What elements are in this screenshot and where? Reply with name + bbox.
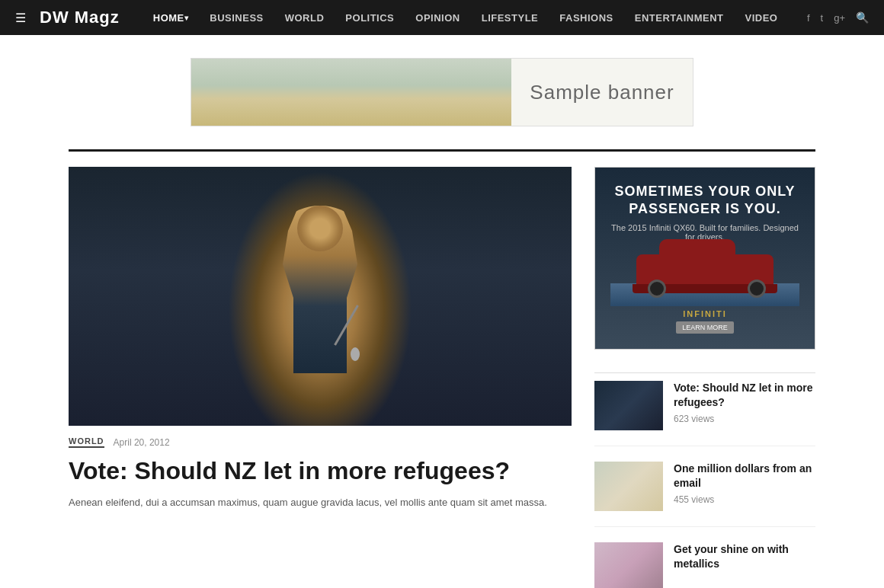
sidebar-article-info-3: Get your shine on with metallics [674,542,815,588]
sidebar-thumb-3 [594,542,663,588]
ad-wheel-right [748,280,766,298]
site-logo[interactable]: DW Magz [40,8,120,27]
microphone-head [351,347,360,361]
ad-cta-button[interactable]: LEARN MORE [676,321,734,334]
site-header: ☰ DW Magz HOME BUSINESS WORLD POLITICS O… [0,0,884,35]
nav-link-world[interactable]: WORLD [274,0,335,35]
sidebar-article-title-3[interactable]: Get your shine on with metallics [674,542,815,571]
sidebar-article-info-2: One million dollars from an email 455 vi… [674,462,815,511]
nav-item-lifestyle[interactable]: LIFESTYLE [471,0,549,35]
article-category[interactable]: WORLD [69,436,104,448]
banner-label: Sample banner [530,81,674,104]
twitter-link[interactable]: t [821,12,824,24]
googleplus-link[interactable]: g+ [834,12,845,24]
sidebar-article-info-1: Vote: Should NZ let in more refugees? 62… [674,381,815,430]
main-content: WORLD April 20, 2012 Vote: Should NZ let… [69,167,815,588]
nav-item-fashions[interactable]: FASHIONS [549,0,623,35]
sidebar-thumb-2 [594,462,663,511]
ad-car-area [610,241,799,306]
nav-link-politics[interactable]: POLITICS [335,0,405,35]
article-date: April 20, 2012 [114,437,170,448]
article-excerpt: Aenean eleifend, dui a accumsan maximus,… [69,495,572,511]
nav-item-entertainment[interactable]: ENTERTAINMENT [624,0,735,35]
banner-area: Sample banner [0,35,884,142]
nav-link-opinion[interactable]: OPINION [405,0,470,35]
sidebar-divider [594,372,815,373]
sidebar-related-article-1[interactable]: Vote: Should NZ let in more refugees? 62… [594,381,815,446]
sidebar-article-title-1[interactable]: Vote: Should NZ let in more refugees? [674,381,815,410]
hamburger-menu[interactable]: ☰ [15,11,26,25]
article-area: WORLD April 20, 2012 Vote: Should NZ let… [69,167,572,588]
ad-brand-logo: INFINITI [683,309,727,318]
nav-link-video[interactable]: VIDEO [735,0,789,35]
sidebar-related-article-2[interactable]: One million dollars from an email 455 vi… [594,462,815,527]
nav-link-home[interactable]: HOME [143,0,200,35]
article-meta: WORLD April 20, 2012 [69,436,572,448]
sidebar-related-article-3[interactable]: Get your shine on with metallics [594,542,815,588]
microphone-arm [334,305,359,345]
banner-image [191,59,511,126]
nav-link-entertainment[interactable]: ENTERTAINMENT [624,0,735,35]
hero-person-figure [69,167,572,426]
section-divider [69,149,815,152]
sidebar: SOMETIMES YOUR ONLY PASSENGER IS YOU. Th… [594,167,815,588]
facebook-link[interactable]: f [807,12,810,24]
nav-item-world[interactable]: WORLD [274,0,335,35]
sidebar-thumb-1 [594,381,663,430]
ad-subtext: The 2015 Infiniti QX60. Built for famili… [610,223,799,241]
ad-headline: SOMETIMES YOUR ONLY PASSENGER IS YOU. [610,183,799,219]
banner-shelf-decoration [191,59,511,126]
banner-ad[interactable]: Sample banner [191,58,693,126]
nav-item-video[interactable]: VIDEO [735,0,789,35]
nav-link-lifestyle[interactable]: LIFESTYLE [471,0,549,35]
nav-link-fashions[interactable]: FASHIONS [549,0,623,35]
nav-item-business[interactable]: BUSINESS [199,0,274,35]
sidebar-advertisement[interactable]: SOMETIMES YOUR ONLY PASSENGER IS YOU. Th… [594,167,815,350]
sidebar-article-views-1: 623 views [674,414,815,424]
sidebar-article-views-2: 455 views [674,494,815,505]
ad-wheel-left [648,280,666,298]
main-nav: HOME BUSINESS WORLD POLITICS OPINION LIF… [143,0,789,35]
sidebar-article-title-2[interactable]: One million dollars from an email [674,462,815,491]
nav-item-opinion[interactable]: OPINION [405,0,470,35]
nav-link-business[interactable]: BUSINESS [199,0,274,35]
nav-item-politics[interactable]: POLITICS [335,0,405,35]
nav-item-home[interactable]: HOME [143,0,200,35]
social-links: f t g+ [807,12,845,24]
article-hero-image [69,167,572,426]
article-title[interactable]: Vote: Should NZ let in more refugees? [69,455,572,486]
banner-text-section: Sample banner [511,59,693,126]
search-icon[interactable]: 🔍 [856,11,869,24]
ad-car [629,243,781,304]
